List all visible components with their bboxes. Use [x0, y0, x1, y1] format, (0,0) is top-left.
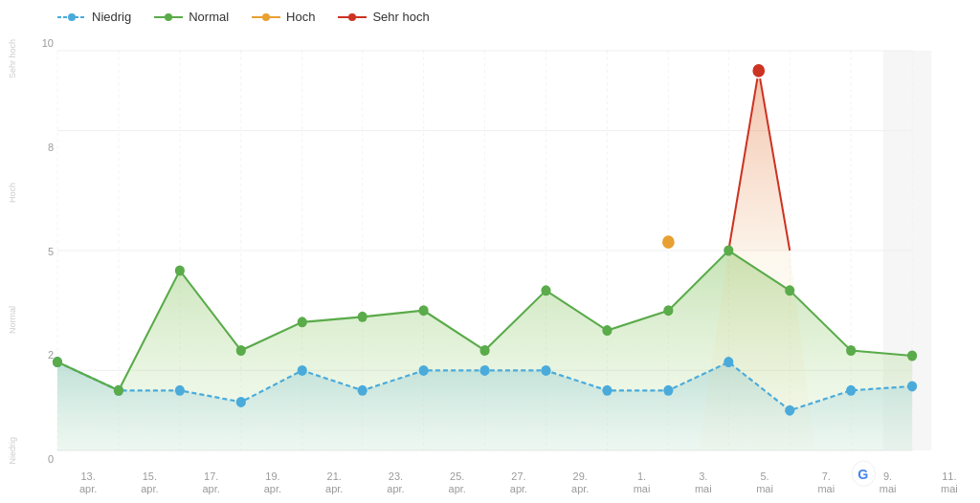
- legend-line-hoch: [252, 11, 280, 23]
- x-label-15apr: 15.apr.: [119, 470, 180, 495]
- x-label-17apr: 17.apr.: [181, 470, 242, 495]
- y-tick-0: 0: [48, 453, 54, 465]
- dot-niedrig-14: [907, 381, 917, 391]
- x-label-5mai: 5.mai: [734, 470, 795, 495]
- dot-normal-3: [236, 345, 246, 356]
- dot-normal-10: [663, 305, 673, 316]
- dot-normal-4: [298, 317, 307, 327]
- dot-normal-1: [114, 385, 123, 396]
- hoch-fill-area: [699, 71, 815, 450]
- y-band-hoch: Hoch: [8, 183, 17, 203]
- legend-line-sehr-hoch: [338, 11, 367, 23]
- dot-normal-2: [175, 265, 185, 275]
- legend-line-normal: [154, 11, 183, 23]
- legend-item-normal: Normal: [154, 10, 229, 24]
- y-tick-8: 8: [48, 142, 54, 153]
- legend-item-hoch: Hoch: [252, 10, 315, 24]
- legend-label-normal: Normal: [189, 10, 229, 24]
- legend-label-hoch: Hoch: [286, 10, 315, 24]
- dot-hoch-3mai: [661, 235, 675, 250]
- dot-niedrig-4: [298, 365, 307, 376]
- legend-label-sehr-hoch: Sehr hoch: [372, 10, 429, 24]
- dot-normal-11: [724, 246, 733, 256]
- x-label-21apr: 21.apr.: [303, 470, 365, 495]
- dot-niedrig-13: [846, 385, 856, 396]
- chart-wrapper: Niedrig Normal Hoch Sehr hoch: [0, 0, 980, 503]
- x-axis: 13.apr. 15.apr. 17.apr. 19.apr. 21.apr. …: [57, 465, 980, 503]
- dot-normal-8: [541, 285, 550, 295]
- x-label-1mai: 1.mai: [611, 470, 672, 495]
- svg-point-1: [68, 13, 76, 21]
- y-band-niedrig: Niedrig: [8, 437, 17, 465]
- dot-niedrig-6: [419, 365, 429, 376]
- dot-niedrig-10: [663, 385, 673, 396]
- chart-area: Sehr hoch Hoch Normal Niedrig 10 8 5 2 0: [0, 30, 980, 503]
- svg-point-5: [262, 13, 270, 21]
- x-label-9mai: 9.mai: [857, 470, 918, 495]
- legend-item-sehr-hoch: Sehr hoch: [338, 10, 429, 24]
- dot-sehr-hoch-peak: [752, 63, 766, 77]
- chart-inner: G 13.apr. 15.apr. 17.apr. 19.apr. 21.apr…: [57, 30, 980, 503]
- legend-item-niedrig: Niedrig: [57, 10, 131, 24]
- dot-niedrig-12: [785, 405, 794, 416]
- y-band-sehr-hoch: Sehr hoch: [8, 39, 17, 78]
- legend: Niedrig Normal Hoch Sehr hoch: [0, 0, 980, 30]
- y-band-normal: Normal: [8, 306, 17, 334]
- x-label-19apr: 19.apr.: [242, 470, 303, 495]
- x-label-27apr: 27.apr.: [488, 470, 549, 495]
- x-label-11mai: 11.mai: [919, 470, 980, 495]
- x-label-23apr: 23.apr.: [365, 470, 426, 495]
- x-label-3mai: 3.mai: [673, 470, 734, 495]
- dot-niedrig-8: [541, 365, 550, 376]
- dot-niedrig-2: [175, 385, 185, 396]
- svg-point-3: [165, 13, 172, 21]
- x-label-7mai: 7.mai: [795, 470, 857, 495]
- x-label-13apr: 13.apr.: [57, 470, 119, 495]
- dot-normal-9: [602, 325, 612, 336]
- x-label-29apr: 29.apr.: [549, 470, 611, 495]
- dot-normal-7: [479, 345, 489, 356]
- dot-niedrig-11: [724, 357, 733, 367]
- dot-niedrig-9: [602, 385, 612, 396]
- dot-normal-12: [785, 285, 794, 295]
- dot-normal-6: [419, 305, 429, 316]
- dot-normal-14: [907, 351, 917, 361]
- legend-label-niedrig: Niedrig: [92, 10, 131, 24]
- legend-line-niedrig: [57, 11, 86, 23]
- dot-niedrig-3: [236, 397, 246, 407]
- dot-niedrig-7: [479, 365, 489, 376]
- dot-normal-13: [846, 345, 856, 356]
- x-label-25apr: 25.apr.: [427, 470, 488, 495]
- y-tick-2: 2: [48, 349, 54, 361]
- y-tick-5: 5: [48, 246, 54, 257]
- main-svg: G: [57, 30, 970, 503]
- dot-niedrig-5: [358, 385, 368, 396]
- dot-normal-0: [53, 357, 62, 367]
- y-tick-10: 10: [42, 37, 54, 49]
- dot-normal-5: [358, 312, 368, 322]
- svg-point-7: [348, 13, 356, 21]
